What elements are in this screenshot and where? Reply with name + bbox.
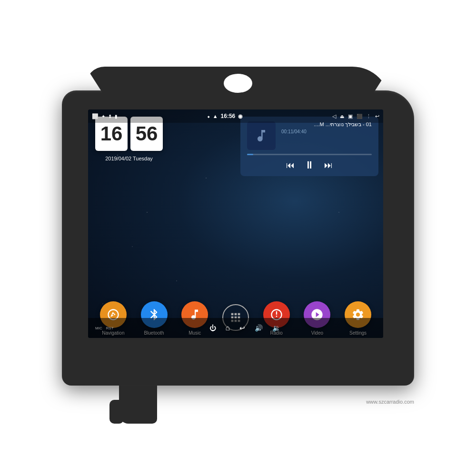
total-time: 04:40: [295, 129, 307, 134]
watermark: www.szcarradio.com: [366, 399, 414, 405]
rotate-icon: ⬛: [357, 114, 362, 119]
volume-up-button[interactable]: 🔊: [255, 324, 263, 332]
camera-icon: ◉: [238, 113, 243, 119]
location-icon: ⬥: [207, 114, 210, 119]
music-controls[interactable]: ⏮ ⏸ ⏭: [247, 159, 372, 171]
mounting-bracket: [119, 386, 157, 424]
music-top-section: 01 - בשבילך נוצרתי... M.... 00:11/04:40: [247, 121, 372, 150]
music-time: 00:11/04:40: [281, 129, 372, 134]
car-radio-housing: ⬜ ✦ ⬆ ▮ ⬥ ▲ 16:56 ◉ ◁ ⏏ ▣ ⬛ ⋮ ↩: [62, 90, 414, 386]
clock-widget: 16 56 2019/04/02 Tuesday: [95, 117, 163, 161]
android-back-button[interactable]: ↩: [239, 324, 245, 332]
back-nav-icon: ↩: [375, 113, 379, 119]
prev-button[interactable]: ⏮: [286, 160, 295, 170]
music-album-art: [247, 121, 276, 150]
screen-record-icon: ▣: [348, 113, 353, 119]
music-progress-fill: [247, 154, 253, 155]
volume-down-button[interactable]: 🔉: [272, 324, 280, 332]
wifi-icon: ▲: [213, 113, 218, 119]
status-bar: ⬜ ✦ ⬆ ▮ ⬥ ▲ 16:56 ◉ ◁ ⏏ ▣ ⬛ ⋮ ↩: [88, 109, 383, 123]
next-button[interactable]: ⏭: [324, 160, 333, 170]
music-note-icon: [254, 128, 269, 143]
play-pause-button[interactable]: ⏸: [304, 159, 315, 171]
rst-label: RST: [106, 326, 114, 330]
power-button[interactable]: ⏻: [209, 324, 216, 332]
android-screen[interactable]: ⬜ ✦ ⬆ ▮ ⬥ ▲ 16:56 ◉ ◁ ⏏ ▣ ⬛ ⋮ ↩: [88, 109, 383, 338]
battery-icon: ▮: [115, 114, 118, 119]
usb-icon: ⬆: [108, 114, 112, 119]
bottom-nav-bar: MIC RST ⏻ ⌂ ↩ 🔊 🔉: [88, 318, 383, 338]
music-progress-bar[interactable]: [247, 154, 372, 155]
nav-center-buttons[interactable]: ⏻ ⌂ ↩ 🔊 🔉: [209, 324, 281, 332]
home-icon: ⬜: [92, 113, 99, 119]
overflow-icon: ⋮: [366, 113, 371, 119]
music-info: 01 - בשבילך נוצרתי... M.... 00:11/04:40: [281, 121, 372, 138]
music-player[interactable]: 01 - בשבילך נוצרתי... M.... 00:11/04:40 …: [240, 117, 378, 176]
status-left-icons: ⬜ ✦ ⬆ ▮: [92, 113, 118, 119]
mic-label: MIC: [95, 326, 102, 330]
handle-cutout: [224, 74, 252, 93]
product-container: ⬜ ✦ ⬆ ▮ ⬥ ▲ 16:56 ◉ ◁ ⏏ ▣ ⬛ ⋮ ↩: [52, 67, 424, 409]
status-right-icons: ◁ ⏏ ▣ ⬛ ⋮ ↩: [332, 113, 379, 119]
nav-left-section: MIC RST: [95, 326, 114, 330]
status-center: ⬥ ▲ 16:56 ◉: [207, 113, 243, 119]
current-time: 00:11: [281, 129, 293, 134]
android-home-button[interactable]: ⌂: [226, 324, 230, 332]
status-time: 16:56: [221, 113, 236, 119]
volume-icon: ◁: [332, 113, 336, 119]
bluetooth-icon: ✦: [101, 114, 105, 119]
clock-date: 2019/04/02 Tuesday: [105, 156, 153, 161]
eject-icon: ⏏: [340, 114, 344, 119]
